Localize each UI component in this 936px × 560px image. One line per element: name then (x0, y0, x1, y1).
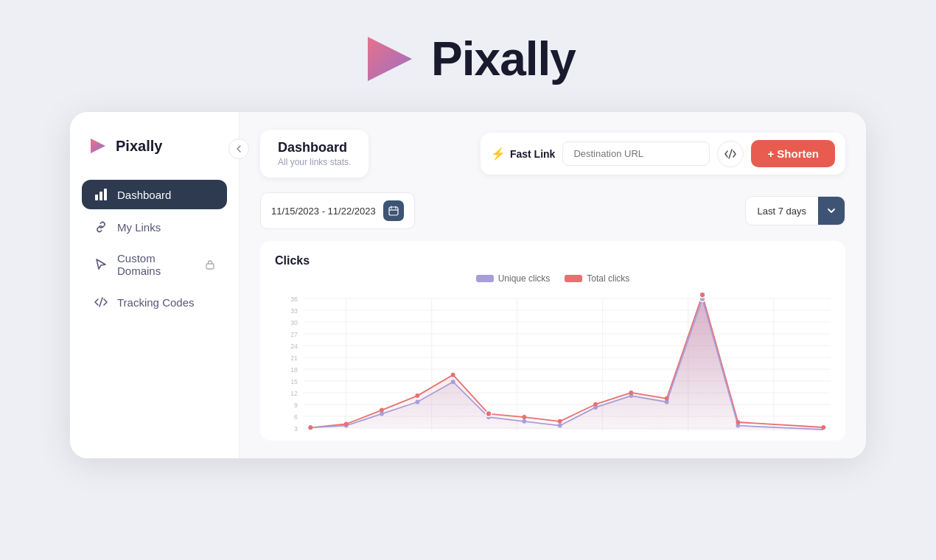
app-logo-area: Pixally (360, 29, 576, 88)
svg-rect-2 (95, 195, 98, 200)
unique-clicks-label: Unique clicks (498, 273, 551, 284)
code-tag-icon (94, 295, 108, 309)
total-data-point (821, 425, 825, 430)
total-area-fill (310, 295, 823, 431)
code-slash-icon (724, 148, 736, 160)
svg-marker-1 (91, 139, 105, 153)
svg-text:18: 18 (290, 366, 298, 374)
total-clicks-dot (565, 275, 582, 282)
svg-line-6 (99, 298, 102, 307)
sidebar: Pixally Dashboard (70, 112, 240, 458)
chart-title: Clicks (275, 254, 831, 267)
main-card: Pixally Dashboard (70, 112, 866, 458)
total-data-point (593, 402, 598, 407)
page-subtitle: All your links stats. (278, 157, 351, 167)
svg-text:21: 21 (290, 354, 298, 362)
chart-grid: 36 33 30 27 24 21 18 15 12 9 6 3 (290, 295, 831, 433)
legend-total-clicks: Total clicks (565, 273, 629, 284)
data-point (451, 379, 455, 384)
sidebar-item-tracking-codes[interactable]: Tracking Codes (82, 287, 227, 317)
period-dropdown-arrow[interactable] (818, 197, 845, 225)
app-logo-icon (360, 29, 419, 88)
main-content: Dashboard All your links stats. ⚡ Fast L… (240, 112, 866, 458)
total-data-point (308, 425, 312, 430)
total-data-point (522, 415, 526, 419)
total-data-point (415, 393, 419, 398)
sidebar-logo: Pixally (70, 136, 239, 156)
sidebar-item-custom-domains[interactable]: Custom Domains (82, 245, 227, 284)
total-data-point (558, 419, 562, 424)
total-data-point (380, 408, 384, 413)
data-point (558, 424, 562, 428)
lock-icon (205, 259, 215, 270)
svg-text:33: 33 (290, 307, 298, 315)
total-data-point-peak (699, 292, 705, 298)
sidebar-logo-text: Pixally (116, 138, 162, 155)
svg-text:36: 36 (290, 295, 298, 303)
period-dropdown[interactable]: Last 7 days (745, 196, 846, 225)
total-data-point (736, 420, 740, 424)
sidebar-collapse-button[interactable] (228, 139, 249, 159)
date-range-value: 11/15/2023 - 11/22/2023 (271, 206, 376, 217)
date-bar: 11/15/2023 - 11/22/2023 Last 7 days (260, 192, 845, 229)
svg-line-7 (729, 150, 732, 158)
svg-text:27: 27 (290, 331, 298, 338)
sidebar-nav: Dashboard My Links Cu (70, 180, 239, 317)
svg-text:12: 12 (290, 390, 298, 397)
total-data-point (344, 422, 349, 427)
shorten-button[interactable]: + Shorten (751, 140, 835, 167)
page-title: Dashboard (278, 140, 351, 155)
calendar-icon[interactable] (383, 200, 404, 221)
data-point (522, 419, 526, 424)
total-data-point (665, 396, 669, 401)
unique-clicks-dot (476, 275, 494, 282)
svg-text:24: 24 (290, 343, 298, 350)
total-data-point (629, 391, 633, 395)
link-icon (94, 220, 108, 234)
bolt-icon: ⚡ (491, 147, 506, 161)
fast-link-area: ⚡ Fast Link + Shorten (481, 133, 845, 175)
sidebar-item-dashboard[interactable]: Dashboard (82, 180, 227, 209)
sidebar-item-my-links[interactable]: My Links (82, 212, 227, 242)
top-bar: Dashboard All your links stats. ⚡ Fast L… (260, 130, 845, 178)
destination-url-input[interactable] (562, 141, 710, 166)
embed-code-button[interactable] (717, 141, 744, 167)
date-range-input[interactable]: 11/15/2023 - 11/22/2023 (260, 192, 415, 229)
svg-rect-4 (104, 189, 107, 200)
sidebar-item-dashboard-label: Dashboard (117, 189, 171, 201)
svg-marker-0 (368, 37, 412, 81)
app-name: Pixally (431, 32, 576, 86)
svg-rect-8 (389, 207, 398, 215)
svg-text:9: 9 (294, 402, 298, 409)
svg-rect-5 (206, 264, 214, 269)
page-title-area: Dashboard All your links stats. (260, 130, 369, 178)
calendar-svg (388, 206, 399, 216)
svg-rect-3 (99, 192, 102, 200)
svg-text:30: 30 (290, 319, 298, 326)
sidebar-item-tracking-codes-label: Tracking Codes (117, 296, 195, 309)
total-clicks-line (310, 295, 823, 427)
svg-text:6: 6 (294, 413, 298, 421)
clicks-chart: 36 33 30 27 24 21 18 15 12 9 6 3 (275, 291, 831, 438)
sidebar-logo-icon (88, 136, 108, 156)
svg-text:15: 15 (290, 378, 298, 385)
fast-link-label: ⚡ Fast Link (491, 147, 555, 161)
chevron-down-icon (826, 206, 837, 216)
sidebar-item-my-links-label: My Links (117, 221, 161, 234)
total-clicks-label: Total clicks (587, 273, 629, 284)
chart-legend: Unique clicks Total clicks (275, 273, 831, 284)
total-data-point-high (486, 411, 492, 417)
chart-container: 36 33 30 27 24 21 18 15 12 9 6 3 (275, 291, 831, 438)
period-label: Last 7 days (746, 198, 819, 224)
bar-chart-icon (94, 187, 108, 202)
data-point (415, 400, 419, 405)
chevron-left-icon (234, 144, 243, 153)
chart-card: Clicks Unique clicks Total clicks (260, 241, 845, 441)
sidebar-item-custom-domains-label: Custom Domains (117, 252, 193, 277)
legend-unique-clicks: Unique clicks (476, 273, 551, 284)
total-data-point (451, 373, 455, 377)
svg-text:3: 3 (294, 425, 298, 433)
cursor-icon (94, 257, 108, 272)
